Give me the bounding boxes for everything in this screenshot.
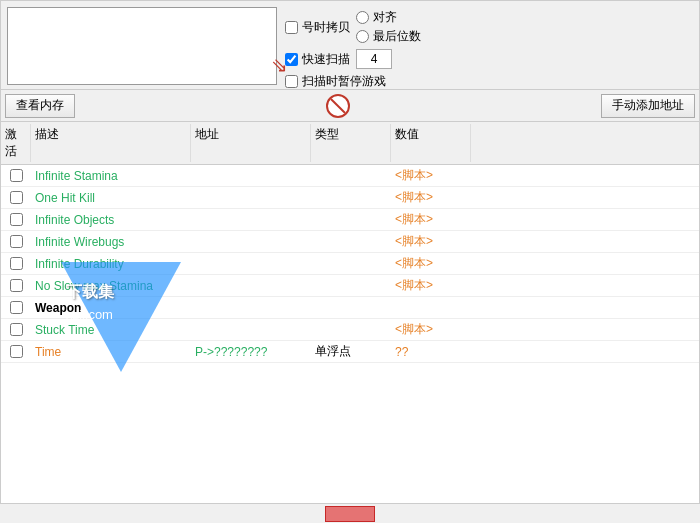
row2-type	[311, 218, 391, 222]
table-header: 激活 描述 地址 类型 数值	[1, 122, 699, 165]
preview-area	[7, 7, 277, 85]
row7-active[interactable]	[1, 321, 31, 338]
row2-value: <脚本>	[391, 209, 471, 230]
header-active: 激活	[1, 124, 31, 162]
row7-checkbox[interactable]	[10, 323, 23, 336]
row1-checkbox[interactable]	[10, 191, 23, 204]
arrow-icon: ⇘	[271, 53, 288, 77]
row3-active[interactable]	[1, 233, 31, 250]
realtime-label: 号时拷贝	[302, 19, 350, 36]
row7-type	[311, 328, 391, 332]
table-row: No Slow max Stamina <脚本>	[1, 275, 699, 297]
realtime-checkbox-label[interactable]: 号时拷贝	[285, 19, 350, 36]
row3-type	[311, 240, 391, 244]
row8-checkbox[interactable]	[10, 345, 23, 358]
row3-addr	[191, 240, 311, 244]
row8-desc: Time	[31, 343, 191, 361]
view-memory-button[interactable]: 查看内存	[5, 94, 75, 118]
row4-desc: Infinite Durability	[31, 255, 191, 273]
row4-checkbox[interactable]	[10, 257, 23, 270]
radio-align-label[interactable]: 对齐	[356, 9, 421, 26]
row5-checkbox[interactable]	[10, 279, 23, 292]
row2-active[interactable]	[1, 211, 31, 228]
pause-checkbox-label[interactable]: 扫描时暂停游戏	[285, 73, 386, 90]
row0-addr	[191, 174, 311, 178]
row4-addr	[191, 262, 311, 266]
row6-type	[311, 306, 391, 310]
header-desc: 描述	[31, 124, 191, 162]
table-container: 下载集 xzji.com 激活 描述 地址 类型 数值 Infinite Sta…	[0, 122, 700, 521]
row3-checkbox[interactable]	[10, 235, 23, 248]
row0-desc: Infinite Stamina	[31, 167, 191, 185]
table-row: Stuck Time <脚本>	[1, 319, 699, 341]
row0-type	[311, 174, 391, 178]
right-controls: 号时拷贝 对齐 最后位数 快速扫描 扫	[285, 7, 693, 90]
header-addr: 地址	[191, 124, 311, 162]
row7-value: <脚本>	[391, 319, 471, 340]
row5-type	[311, 284, 391, 288]
row2-addr	[191, 218, 311, 222]
row0-checkbox[interactable]	[10, 169, 23, 182]
row1-active[interactable]	[1, 189, 31, 206]
header-type: 类型	[311, 124, 391, 162]
top-panel: ⇘ 号时拷贝 对齐 最后位数 快速扫描	[0, 0, 700, 90]
row8-addr: P->????????	[191, 343, 311, 361]
realtime-checkbox[interactable]	[285, 21, 298, 34]
manual-add-button[interactable]: 手动添加地址	[601, 94, 695, 118]
toolbar: 查看内存 手动添加地址	[0, 90, 700, 122]
row5-desc: No Slow max Stamina	[31, 277, 191, 295]
row6-value	[391, 306, 471, 310]
radio-lastdigit[interactable]	[356, 30, 369, 43]
table-row: Infinite Stamina <脚本>	[1, 165, 699, 187]
row0-active[interactable]	[1, 167, 31, 184]
row8-active[interactable]	[1, 343, 31, 360]
row-realtime: 号时拷贝 对齐 最后位数	[285, 9, 693, 45]
row5-active[interactable]	[1, 277, 31, 294]
row4-type	[311, 262, 391, 266]
table-row: One Hit Kill <脚本>	[1, 187, 699, 209]
row5-value: <脚本>	[391, 275, 471, 296]
row8-type: 单浮点	[311, 341, 391, 362]
no-icon[interactable]	[326, 94, 350, 118]
row7-desc: Stuck Time	[31, 321, 191, 339]
bottom-button[interactable]	[325, 506, 375, 522]
table-row: Infinite Durability <脚本>	[1, 253, 699, 275]
radio-lastdigit-label[interactable]: 最后位数	[356, 28, 421, 45]
row6-active[interactable]	[1, 299, 31, 316]
row1-desc: One Hit Kill	[31, 189, 191, 207]
row2-desc: Infinite Objects	[31, 211, 191, 229]
radio-align[interactable]	[356, 11, 369, 24]
table-row: Infinite Wirebugs <脚本>	[1, 231, 699, 253]
row4-value: <脚本>	[391, 253, 471, 274]
row3-value: <脚本>	[391, 231, 471, 252]
table-row: Infinite Objects <脚本>	[1, 209, 699, 231]
row-quickscan: 快速扫描	[285, 49, 693, 69]
header-value: 数值	[391, 124, 471, 162]
row8-value: ??	[391, 343, 471, 361]
row1-type	[311, 196, 391, 200]
row-pause: 扫描时暂停游戏	[285, 73, 693, 90]
row3-desc: Infinite Wirebugs	[31, 233, 191, 251]
row6-desc: Weapon	[31, 299, 191, 317]
row1-value: <脚本>	[391, 187, 471, 208]
row4-active[interactable]	[1, 255, 31, 272]
row5-addr	[191, 284, 311, 288]
row0-value: <脚本>	[391, 165, 471, 186]
row7-addr	[191, 328, 311, 332]
quickscan-checkbox-label[interactable]: 快速扫描	[285, 51, 350, 68]
row6-checkbox[interactable]	[10, 301, 23, 314]
align-radio-group: 对齐 最后位数	[356, 9, 421, 45]
bottom-bar	[0, 503, 700, 523]
row6-addr	[191, 306, 311, 310]
quickscan-input[interactable]	[356, 49, 392, 69]
table-row: Time P->???????? 单浮点 ??	[1, 341, 699, 363]
row1-addr	[191, 196, 311, 200]
table-row: Weapon	[1, 297, 699, 319]
row2-checkbox[interactable]	[10, 213, 23, 226]
